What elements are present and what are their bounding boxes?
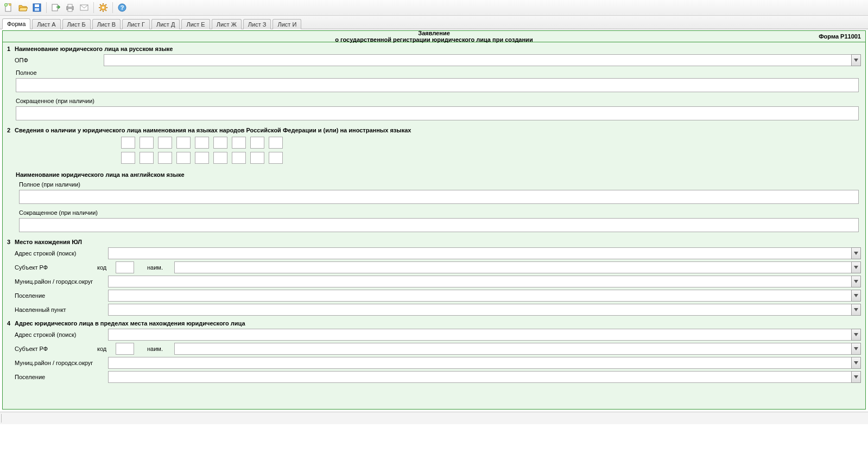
addr-search-input-4[interactable]: [108, 329, 851, 341]
naim-input-3[interactable]: [174, 261, 851, 273]
full-name-input[interactable]: [16, 78, 859, 92]
lang-check-12[interactable]: [158, 152, 172, 164]
lang-check-4[interactable]: [176, 137, 191, 149]
section-number: 1: [7, 46, 15, 52]
svg-line-19: [105, 4, 106, 5]
tab-label: Лист Е: [186, 21, 205, 28]
kod-input-3[interactable]: [116, 261, 134, 273]
tab-list-a[interactable]: Лист А: [32, 19, 60, 29]
np-input-3[interactable]: [108, 304, 851, 316]
subject-label-4: Субъект РФ: [7, 346, 93, 352]
svg-rect-9: [68, 9, 72, 11]
open-document-button[interactable]: [16, 1, 29, 14]
addr-search-row-3: Адрес строкой (поиск): [3, 246, 865, 260]
munic-dropdown-4[interactable]: [851, 357, 861, 369]
save-document-button[interactable]: [30, 1, 43, 14]
tab-list-b[interactable]: Лист Б: [62, 19, 91, 29]
lang-check-17[interactable]: [250, 152, 264, 164]
eng-full-input[interactable]: [19, 190, 859, 204]
tab-form[interactable]: Форма: [2, 18, 30, 29]
tab-list-zh[interactable]: Лист Ж: [212, 19, 242, 29]
lang-check-9[interactable]: [269, 137, 283, 149]
section-1-header: 1 Наименование юридического лица на русс…: [3, 42, 865, 53]
lang-check-18[interactable]: [269, 152, 283, 164]
lang-check-7[interactable]: [232, 137, 246, 149]
subject-row-4: Субъект РФ код наим.: [3, 342, 865, 356]
tab-label: Лист Ж: [217, 21, 237, 28]
lang-check-3[interactable]: [158, 137, 172, 149]
pos-row-3: Поселение: [3, 289, 865, 303]
help-button[interactable]: ?: [116, 1, 129, 14]
tab-label: Форма: [7, 21, 26, 27]
tab-label: Лист Д: [156, 21, 175, 28]
tab-list-z[interactable]: Лист З: [243, 19, 271, 29]
tab-label: Лист А: [37, 21, 55, 28]
naim-dropdown-3[interactable]: [851, 261, 861, 273]
lang-check-10[interactable]: [121, 152, 135, 164]
svg-line-18: [105, 10, 106, 11]
tab-list-i[interactable]: Лист И: [273, 19, 301, 29]
new-document-button[interactable]: [2, 1, 15, 14]
munic-dropdown-3[interactable]: [851, 276, 861, 287]
lang-check-13[interactable]: [176, 152, 191, 164]
kod-input-4[interactable]: [116, 343, 134, 355]
form-header: Заявление о государственной регистрации …: [2, 30, 866, 42]
print-button[interactable]: [64, 1, 77, 14]
np-label-3: Населенный пункт: [7, 306, 104, 313]
lang-check-11[interactable]: [140, 152, 154, 164]
tabs-row: Форма Лист А Лист Б Лист В Лист Г Лист Д…: [0, 16, 868, 29]
svg-text:?: ?: [121, 4, 124, 11]
status-bar: [0, 412, 868, 424]
tab-label: Лист И: [277, 21, 296, 28]
addr-search-dropdown-3[interactable]: [851, 247, 861, 259]
lang-check-6[interactable]: [213, 137, 227, 149]
opf-input[interactable]: [104, 54, 851, 66]
tab-label: Лист В: [97, 21, 116, 28]
mail-button[interactable]: [78, 1, 91, 14]
tab-list-g[interactable]: Лист Г: [122, 19, 150, 29]
tab-list-d[interactable]: Лист Д: [151, 19, 180, 29]
pos-dropdown-4[interactable]: [851, 371, 861, 383]
munic-input-4[interactable]: [108, 357, 851, 369]
short-name-input[interactable]: [16, 106, 859, 120]
lang-check-16[interactable]: [232, 152, 246, 164]
lang-check-14[interactable]: [195, 152, 209, 164]
toolbar-separator: [112, 2, 113, 13]
lang-check-5[interactable]: [195, 137, 209, 149]
pos-dropdown-3[interactable]: [851, 290, 861, 302]
svg-rect-1: [9, 4, 11, 5]
form-body: 1 Наименование юридического лица на русс…: [2, 42, 866, 410]
addr-search-input-3[interactable]: [108, 247, 851, 259]
lang-check-8[interactable]: [250, 137, 264, 149]
export-button[interactable]: [49, 1, 62, 14]
munic-input-3[interactable]: [108, 276, 851, 287]
opf-dropdown-button[interactable]: [851, 54, 861, 66]
addr-search-row-4: Адрес строкой (поиск): [3, 328, 865, 342]
tab-list-v[interactable]: Лист В: [92, 19, 121, 29]
settings-button[interactable]: [97, 1, 110, 14]
section-1-title: Наименование юридического лица на русско…: [15, 46, 173, 52]
tab-list-e[interactable]: Лист Е: [181, 19, 210, 29]
svg-rect-8: [68, 4, 72, 7]
svg-line-20: [100, 10, 101, 11]
kod-label-3: код: [97, 264, 111, 271]
opf-row: ОПФ: [3, 53, 865, 67]
munic-row-4: Муниц.район / городск.округ: [3, 356, 865, 370]
eng-short-label: Сокращенное (при наличии): [3, 207, 865, 217]
naim-dropdown-4[interactable]: [851, 343, 861, 355]
np-row-3: Населенный пункт: [3, 303, 865, 317]
lang-check-15[interactable]: [213, 152, 227, 164]
eng-short-input[interactable]: [19, 218, 859, 232]
main-toolbar: ?: [0, 0, 868, 16]
tab-label: Лист Г: [127, 21, 145, 28]
svg-rect-4: [35, 4, 39, 7]
opf-label: ОПФ: [7, 57, 99, 63]
np-dropdown-3[interactable]: [851, 304, 861, 316]
naim-input-4[interactable]: [174, 343, 851, 355]
addr-search-dropdown-4[interactable]: [851, 329, 861, 341]
lang-check-2[interactable]: [140, 137, 154, 149]
lang-check-1[interactable]: [121, 137, 135, 149]
pos-input-4[interactable]: [108, 371, 851, 383]
pos-input-3[interactable]: [108, 290, 851, 302]
svg-line-17: [100, 4, 101, 5]
